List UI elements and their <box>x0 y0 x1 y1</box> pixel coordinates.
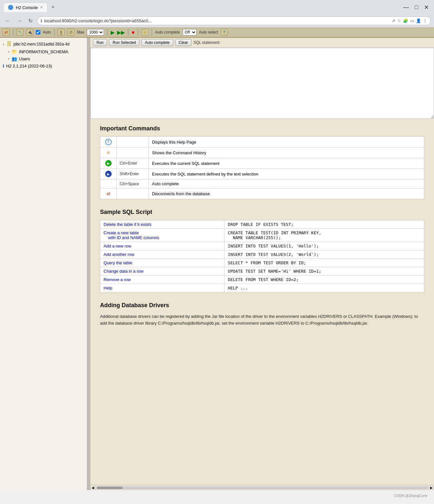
tab-close-button[interactable]: × <box>40 5 43 10</box>
scroll-left-btn[interactable]: ◀ <box>90 486 96 489</box>
table-row: ▶ Shift+Enter Executes the SQL statement… <box>100 169 424 179</box>
back-button[interactable]: ← <box>3 17 12 25</box>
sql-link-columns[interactable]: with ID and NAME columns <box>108 235 159 240</box>
sql-code-create-table: CREATE TABLE TEST(ID INT PRIMARY KEY, NA… <box>225 229 424 242</box>
toolbar-sep-3 <box>107 29 107 36</box>
cmd-desc-help: Displays this Help Page <box>149 137 424 147</box>
scrollbar-thumb[interactable] <box>97 487 123 489</box>
sql-link-cell-4: Add another row <box>100 250 225 259</box>
sql-toolbar: Run Run Selected Auto complete Clear SQL… <box>90 38 434 48</box>
table-row: Change data in a row UPDATE TEST SET NAM… <box>100 267 424 276</box>
minimize-button[interactable]: — <box>401 3 411 12</box>
split-view-icon: ▭ <box>410 18 414 23</box>
sidebar-item-version: ℹ H2 2.1.214 (2022-06-13) <box>0 62 87 69</box>
toolbar-sep-2 <box>54 29 55 36</box>
cmd-shortcut-run: Ctrl+Enter <box>116 158 149 169</box>
browser-chrome: H2 Console × + — □ ✕ ← → ↻ ℹ localhost:8… <box>0 0 434 27</box>
scroll-right-btn[interactable]: ▶ <box>429 486 434 489</box>
sidebar-item-users[interactable]: + 👥 Users <box>0 55 87 62</box>
sql-link-delete-table[interactable]: Delete the table if it exists <box>104 222 151 227</box>
new-tab-button[interactable]: + <box>49 3 57 11</box>
sql-link-query-table[interactable]: Query the table <box>104 260 132 265</box>
run-selected-icon[interactable]: ▶▶ <box>117 29 125 35</box>
table-row: Query the table SELECT * FROM TEST ORDER… <box>100 259 424 267</box>
sidebar-item-db[interactable]: + 🗄 jdbc:h2:mem:1551ad8d-392a-4d <box>0 40 87 48</box>
table-row: ? Displays this Help Page <box>100 137 424 147</box>
sidebar: + 🗄 jdbc:h2:mem:1551ad8d-392a-4d + 📁 INF… <box>0 38 87 490</box>
commands-table: ? Displays this Help Page ≡ Shows the Co… <box>100 136 424 199</box>
auto-complete-button[interactable]: Auto complete <box>141 39 173 46</box>
table-row: ⇄ Disconnects from the database <box>100 188 424 199</box>
bookmark-icon: ☆ <box>397 18 401 23</box>
table-row: Ctrl+Space Auto complete <box>100 179 424 188</box>
refresh-button[interactable]: ↻ <box>26 17 35 25</box>
table-row: Remove a row DELETE FROM TEST WHERE ID=2… <box>100 276 424 284</box>
toolbar-sep-6 <box>152 29 152 36</box>
auto-label: Auto <box>43 30 51 35</box>
run-icon[interactable]: ▶ <box>111 29 115 35</box>
preferences-icon[interactable]: 🔧 <box>16 29 24 36</box>
title-bar: H2 Console × + — □ ✕ <box>0 0 434 15</box>
disconnect-icon[interactable]: ⇄ <box>3 29 10 36</box>
sql-link-add-another-row[interactable]: Add another row <box>104 252 134 257</box>
close-button[interactable]: ✕ <box>422 3 431 12</box>
sql-link-remove-row[interactable]: Remove a row <box>104 277 131 282</box>
sql-link-create-table[interactable]: Create a new table <box>104 230 139 235</box>
resize-handle[interactable] <box>87 38 90 490</box>
help-icon[interactable]: ? <box>105 139 112 145</box>
table-row: Add another row INSERT INTO TEST VALUES(… <box>100 250 424 259</box>
cmd-icon-cell-run: ▶ <box>100 158 116 169</box>
sql-code-add-another-row: INSERT INTO TEST VALUES(2, 'World'); <box>225 250 424 259</box>
sql-link-cell-5: Query the table <box>100 259 225 267</box>
toolbar-sep-4 <box>128 29 128 36</box>
share-icon: ↗ <box>392 18 395 23</box>
adding-drivers-text: Additional database drivers can be regis… <box>100 313 424 327</box>
disconnect-sym-icon: ⇄ <box>105 190 112 197</box>
max-rows-select[interactable]: 1000 500 100 <box>87 29 104 35</box>
sql-link-help[interactable]: Help <box>104 286 112 290</box>
forward-button[interactable]: → <box>15 17 24 25</box>
help-content: Important Commands ? Displays this Help … <box>90 119 434 485</box>
help-toolbar-icon[interactable]: ? <box>221 29 228 36</box>
zero-icon[interactable]: 0̲ <box>58 29 65 36</box>
sql-script-table: Delete the table if it exists DROP TABLE… <box>100 220 424 292</box>
sql-link-change-row[interactable]: Change data in a row <box>104 269 144 274</box>
auto-checkbox[interactable] <box>36 30 40 35</box>
max-label: Max <box>77 30 85 35</box>
bottom-bar: ◀ ▶ <box>90 485 434 490</box>
scrollbar-track[interactable] <box>97 487 428 489</box>
auto-complete-label: Auto complete <box>155 30 180 35</box>
toolbar-sep-1 <box>13 29 13 36</box>
clear-button[interactable]: Clear <box>175 39 192 46</box>
address-text: localhost:8080/h2-console/login.do?jsess… <box>44 18 390 23</box>
stop-icon[interactable]: ■ <box>132 30 134 35</box>
profile-icon: 👤 <box>416 18 421 23</box>
run-selected-button[interactable]: Run Selected <box>109 39 139 46</box>
sql-editor[interactable] <box>90 48 434 119</box>
table-row: Delete the table if it exists DROP TABLE… <box>100 220 424 229</box>
cmd-desc-autocomplete: Auto complete <box>149 179 424 188</box>
run-select-icon: ▶ <box>105 171 112 177</box>
sql-code-delete-table: DROP TABLE IF EXISTS TEST; <box>225 220 424 229</box>
null-icon[interactable]: ∅ <box>67 29 75 36</box>
sql-link-cell-3: Add a new row <box>100 242 225 250</box>
cmd-icon-cell-history: ≡ <box>100 147 116 158</box>
table-row: ≡ Shows the Command History <box>100 147 424 158</box>
browser-tab[interactable]: H2 Console × <box>3 3 47 12</box>
users-expand-icon: + <box>8 57 10 61</box>
history-icon[interactable]: ≡ <box>141 29 148 36</box>
history-icon-cmd[interactable]: ≡ <box>105 149 112 156</box>
sql-statement-label: SQL statement: <box>193 40 220 45</box>
run-button[interactable]: Run <box>93 39 107 46</box>
connections-icon[interactable]: 🔌 <box>26 29 33 36</box>
table-row: Add a new row INSERT INTO TEST VALUES(1,… <box>100 242 424 250</box>
maximize-button[interactable]: □ <box>413 3 420 12</box>
auto-complete-select[interactable]: Off On <box>183 29 197 35</box>
sql-link-add-row[interactable]: Add a new row <box>104 244 131 248</box>
schema-label: INFORMATION_SCHEMA <box>19 49 68 54</box>
content-area: Run Run Selected Auto complete Clear SQL… <box>90 38 434 490</box>
sidebar-item-schema[interactable]: + 📁 INFORMATION_SCHEMA <box>0 48 87 55</box>
address-input[interactable]: ℹ localhost:8080/h2-console/login.do?jse… <box>37 16 431 25</box>
db-label: jdbc:h2:mem:1551ad8d-392a-4d <box>14 42 69 46</box>
auto-select-label: Auto select <box>199 30 218 35</box>
